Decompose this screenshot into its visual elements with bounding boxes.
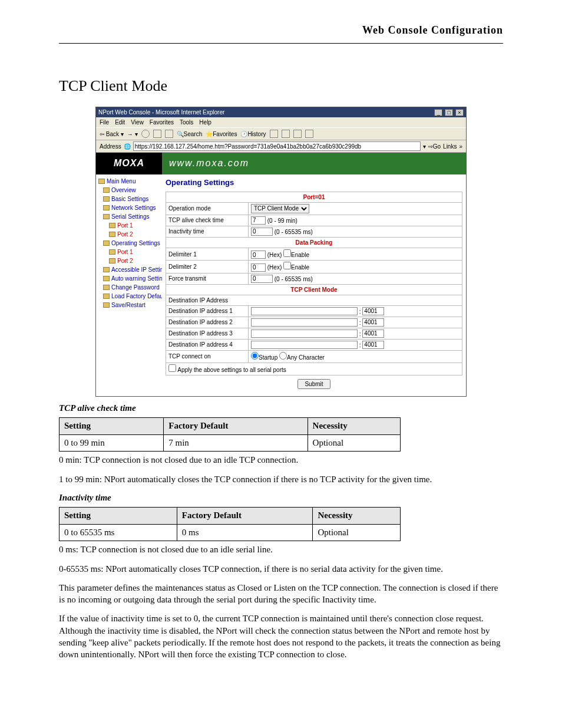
go-button[interactable]: ⇨Go [428,143,441,150]
refresh-icon[interactable] [153,130,161,138]
nav-serial-port2[interactable]: Port 2 [97,230,161,239]
folder-icon [103,187,110,193]
delim2-input[interactable] [251,263,266,272]
nav-loadfactory[interactable]: Load Factory Default [97,292,161,301]
td-necessity: Optional [308,434,400,452]
client-mode-header: TCP Client Mode [166,284,462,295]
window-title: NPort Web Console - Microsoft Internet E… [98,108,224,116]
dest2-ip-input[interactable] [251,318,358,327]
home-icon[interactable] [165,130,173,138]
nav-basic[interactable]: Basic Settings [97,195,161,203]
menu-favorites[interactable]: Favorites [150,118,174,126]
nav-main[interactable]: Main Menu [97,177,161,186]
minimize-icon[interactable]: _ [434,109,442,116]
menu-help[interactable]: Help [199,118,211,126]
td-setting: 0 to 99 min [59,434,164,452]
search-button[interactable]: 🔍Search [177,130,203,138]
dest3-port-input[interactable] [362,330,384,338]
page-icon: 🌐 [124,143,131,150]
nav-changepw[interactable]: Change Password [97,283,161,292]
dest1-port-input[interactable] [362,307,384,315]
nav-accessible[interactable]: Accessible IP Settings [97,265,161,274]
window-buttons: _ □ × [434,108,464,116]
td-setting: 0 to 65535 ms [59,524,177,541]
row-dest3: Destination IP address 3 : [166,328,462,339]
nav-network[interactable]: Network Settings [97,203,161,212]
history-button[interactable]: 🕑History [240,130,266,138]
main-pane: Operating Settings Port=01 Operation mod… [162,174,466,396]
folder-icon [109,223,115,228]
row-apply-all: Apply the above settings to all serial p… [166,363,462,375]
op-mode-select[interactable]: TCP Client Mode [251,204,309,213]
para-tcp-alive-2: 1 to 99 min: NPort automatically closes … [59,473,503,485]
submit-button[interactable]: Submit [297,379,330,389]
para-inactivity-2: 0-65535 ms: NPort automatically closes T… [59,563,503,575]
print-icon[interactable] [282,130,290,138]
dest4-port-input[interactable] [362,341,384,349]
row-force: Force transmit (0 - 65535 ms) [166,273,462,284]
dest4-ip-input[interactable] [251,341,358,349]
row-inactivity: Inactivity time (0 - 65535 ms) [166,226,462,237]
discuss-icon[interactable] [305,130,313,138]
dest2-port-input[interactable] [362,318,384,327]
close-icon[interactable]: × [455,109,464,116]
inactivity-input[interactable] [251,228,273,236]
address-input[interactable] [133,141,421,151]
main-heading: TCP Client Mode [59,76,503,96]
anychar-label: Any Character [287,354,325,361]
anychar-radio[interactable] [279,352,287,360]
address-dropdown-icon[interactable]: ▾ [423,143,426,150]
menu-tools[interactable]: Tools [180,118,193,126]
links-label[interactable]: Links [443,143,457,150]
td-necessity: Optional [313,524,401,541]
menu-bar: File Edit View Favorites Tools Help [96,117,466,127]
stop-icon[interactable] [141,130,150,138]
folder-icon [103,267,110,272]
maximize-icon[interactable]: □ [445,109,453,116]
nav-op-port1[interactable]: Port 1 [97,248,161,256]
menu-view[interactable]: View [131,118,144,126]
delim1-enable-checkbox[interactable] [283,249,291,257]
browser-window: NPort Web Console - Microsoft Internet E… [95,107,467,397]
nav-op-port2[interactable]: Port 2 [97,256,161,265]
menu-edit[interactable]: Edit [115,118,125,126]
nav-serial[interactable]: Serial Settings [97,212,161,221]
row-dest4: Destination IP address 4 : [166,339,462,350]
delim1-enable-label: Enable [291,252,309,258]
forward-button[interactable]: → ▾ [127,130,138,138]
toolbar: ⇦ Back ▾ → ▾ 🔍Search ⭐Favorites 🕑History [96,127,466,140]
startup-radio[interactable] [251,352,259,360]
dest3-label: Destination IP address 3 [166,328,249,339]
nav-autowarn[interactable]: Auto warning Settings [97,274,161,283]
th-necessity: Necessity [308,418,400,435]
delim1-hint: (Hex) [267,252,282,258]
folder-icon [103,276,110,281]
back-button[interactable]: ⇦ Back ▾ [100,130,124,138]
delim2-enable-checkbox[interactable] [283,262,291,269]
apply-all-checkbox[interactable] [168,364,176,372]
tcp-alive-label: TCP alive check time [166,215,249,226]
row-tcp-alive: TCP alive check time (0 - 99 min) [166,215,462,226]
favorites-button[interactable]: ⭐Favorites [206,130,237,138]
dest1-ip-input[interactable] [251,307,358,315]
force-hint: (0 - 65535 ms) [275,275,313,282]
menu-file[interactable]: File [100,118,109,126]
window-titlebar: NPort Web Console - Microsoft Internet E… [96,107,466,117]
tcp-connect-label: TCP connect on [166,350,249,363]
folder-icon [103,241,110,246]
delim2-hint: (Hex) [267,264,282,271]
mail-icon[interactable] [270,130,278,138]
nav-overview[interactable]: Overview [97,186,161,195]
links-chevron-icon[interactable]: » [459,143,462,150]
force-input[interactable] [251,275,273,283]
tcp-alive-input[interactable] [251,216,266,225]
nav-serial-port1[interactable]: Port 1 [97,221,161,230]
nav-saverestart[interactable]: Save/Restart [97,301,161,309]
th-setting: Setting [59,508,177,525]
nav-operating[interactable]: Operating Settings [97,239,161,248]
delim1-input[interactable] [251,251,266,259]
port-header: Port=01 [166,192,462,202]
config-table: Port=01 Operation mode TCP Client Mode T… [166,192,462,375]
dest3-ip-input[interactable] [251,330,358,338]
edit-icon[interactable] [293,130,302,138]
